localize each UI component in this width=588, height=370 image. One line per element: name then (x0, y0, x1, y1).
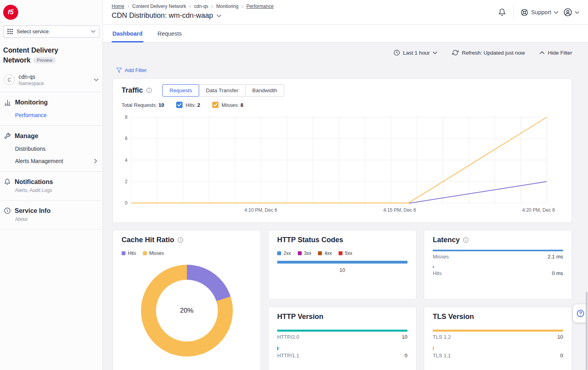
info-icon[interactable] (463, 237, 469, 243)
breadcrumb-separator: › (211, 4, 213, 9)
preview-badge: Preview (33, 57, 56, 63)
http-version-title: HTTP Version (277, 313, 323, 321)
tab-requests[interactable]: Requests (157, 25, 183, 42)
metric-row: TLS 1.10 (433, 347, 563, 359)
monitoring-label: Monitoring (15, 99, 48, 106)
add-filter-label: Add Filter (125, 67, 147, 73)
select-service-dropdown[interactable]: Select service (3, 25, 99, 38)
breadcrumb-cdn-qs[interactable]: cdn-qs (194, 4, 208, 9)
sidebar: f5 Select service Content Delivery Netwo… (0, 0, 103, 370)
support-label: Support (531, 9, 551, 15)
sidebar-item-service-info[interactable]: Service Info (4, 207, 99, 214)
svg-text:4:20 PM, Dec 6: 4:20 PM, Dec 6 (522, 207, 555, 213)
product-title-line1: Content Delivery (3, 46, 99, 55)
metric-value: 0 (405, 353, 407, 359)
toggle-bandwidth-button[interactable]: Bandwidth (245, 84, 284, 97)
svg-text:4: 4 (125, 157, 127, 163)
toggle-data-transfer-button[interactable]: Data Transfer (199, 84, 245, 97)
page-title: CDN Distribution: wm-cdn-waap (112, 11, 213, 20)
legend-item: 5xx (339, 250, 352, 256)
manage-label: Manage (15, 133, 38, 140)
metric-bar (433, 347, 434, 350)
f5-logo[interactable]: f5 (3, 5, 18, 20)
chevron-up-icon (540, 51, 544, 54)
chevron-right-icon (94, 159, 97, 163)
metric-bar (433, 250, 563, 251)
cache-donut-chart: 20% (141, 265, 233, 357)
svg-text:0: 0 (125, 200, 127, 206)
legend-swatch (277, 251, 281, 255)
support-menu[interactable]: Support (521, 9, 558, 16)
info-icon[interactable] (177, 237, 183, 243)
metric-label: TLS 1.1 (433, 353, 451, 359)
dashboard-content: Last 1 hour Refresh: Updated just now Hi… (103, 43, 588, 370)
scrollbar[interactable] (586, 292, 588, 370)
cache-legend: HitsMisses (122, 250, 252, 256)
breadcrumb-separator: › (189, 4, 191, 9)
sidebar-item-alerts-management[interactable]: Alerts Management (15, 158, 97, 164)
notifications-sublabel: Alerts, Audit Logs (15, 188, 99, 193)
nav-section-manage: Manage Distributions Alerts Management (0, 126, 103, 172)
metrics-grid: Cache Hit Ratio HitsMisses 20% HTTP Stat… (112, 230, 572, 370)
toggle-requests-button[interactable]: Requests (162, 84, 199, 97)
info-icon[interactable] (146, 87, 152, 93)
metric-value: 10 (558, 334, 563, 340)
latency-card: Latency Misses2.1 ms Hits0 ms (424, 230, 572, 300)
total-requests-label: Total Requests: (122, 102, 157, 108)
breadcrumb-separator: › (242, 4, 243, 9)
svg-text:4:15 PM, Dec 6: 4:15 PM, Dec 6 (383, 207, 416, 213)
vertical-divider (513, 6, 514, 18)
time-range-label: Last 1 hour (403, 50, 430, 56)
sidebar-item-performance[interactable]: Performance (15, 112, 99, 118)
hits-value: 2 (197, 102, 200, 108)
sidebar-nav: Monitoring Performance Manage Distributi… (0, 92, 103, 230)
hits-checkbox[interactable]: Hits: 2 (176, 102, 200, 108)
breadcrumb-performance[interactable]: Performance (246, 4, 274, 9)
add-filter-button[interactable]: Add Filter (116, 67, 147, 73)
title-chevron-down-icon[interactable] (217, 14, 221, 17)
bar-chart-icon (4, 99, 11, 106)
tab-dashboard[interactable]: Dashboard (112, 25, 143, 42)
traffic-chart-svg: 024684:10 PM, Dec 64:15 PM, Dec 64:20 PM… (122, 111, 563, 213)
service-info-label: Service Info (15, 207, 51, 214)
sidebar-item-distributions[interactable]: Distributions (15, 146, 99, 152)
checkbox-checked-icon (212, 102, 219, 108)
status-2xx-value: 10 (277, 267, 407, 273)
user-avatar-icon (563, 8, 572, 17)
traffic-stats: Total Requests: 10 Hits: 2 Misses: 8 (122, 102, 563, 108)
metric-value: 0 ms (552, 270, 563, 276)
sidebar-item-manage[interactable]: Manage (4, 133, 99, 140)
metric-label: HTTP/1.1 (277, 353, 299, 359)
time-range-selector[interactable]: Last 1 hour (394, 49, 438, 56)
refresh-button[interactable]: Refresh: Updated just now (452, 49, 525, 56)
cache-ratio-value: 20% (180, 307, 193, 315)
namespace-selector[interactable]: C cdn-qs Namespace (0, 69, 103, 92)
breadcrumb-monitoring[interactable]: Monitoring (216, 4, 238, 9)
sidebar-item-notifications[interactable]: Notifications (4, 178, 99, 186)
breadcrumb-home[interactable]: Home (112, 4, 124, 9)
metric-value: 0 (560, 353, 563, 359)
info-icon (4, 207, 11, 214)
traffic-title: Traffic (122, 86, 143, 95)
namespace-label: Namespace (19, 81, 44, 86)
hide-filter-toggle[interactable]: Hide Filter (540, 50, 572, 56)
bell-icon (4, 178, 11, 185)
total-requests-value: 10 (158, 102, 164, 108)
account-menu[interactable] (563, 8, 579, 17)
breadcrumb-content-delivery-network[interactable]: Content Delivery Network (132, 4, 186, 9)
help-circle-icon (577, 309, 584, 317)
checkbox-checked-icon (176, 102, 183, 108)
metric-label: Hits (433, 270, 441, 276)
alerts-bell-button[interactable] (498, 8, 506, 16)
total-requests-stat: Total Requests: 10 (122, 102, 164, 108)
status-2xx-bar (277, 261, 407, 264)
sidebar-item-monitoring[interactable]: Monitoring (4, 99, 99, 106)
bell-icon (498, 8, 506, 16)
legend-swatch (143, 251, 147, 255)
tab-bar: Dashboard Requests (103, 25, 588, 43)
tls-version-bars: TLS 1.210 TLS 1.10 (433, 330, 563, 359)
svg-text:2: 2 (125, 179, 127, 184)
misses-checkbox[interactable]: Misses: 8 (212, 102, 244, 108)
svg-text:8: 8 (125, 114, 127, 120)
legend-item: 2xx (277, 250, 291, 256)
